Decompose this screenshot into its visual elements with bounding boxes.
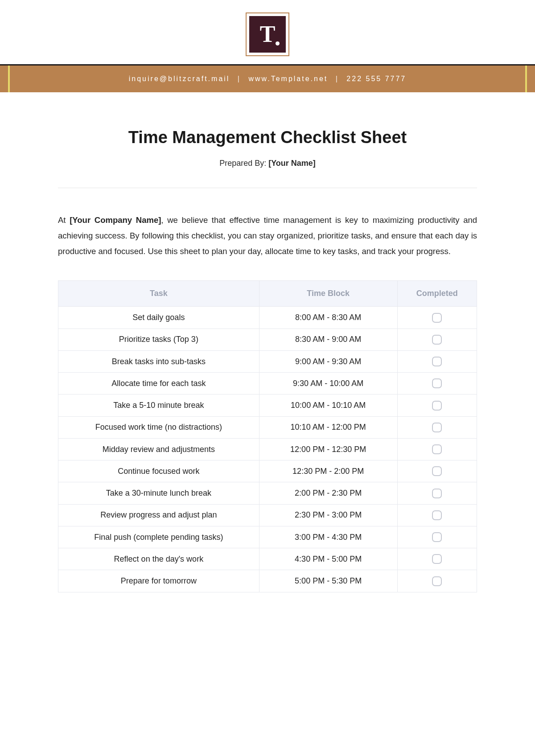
banner-accent-left [8, 66, 10, 92]
banner-phone: 222 555 7777 [346, 75, 406, 82]
cell-task: Final push (complete pending tasks) [58, 526, 259, 548]
banner-accent-right [525, 66, 527, 92]
intro-paragraph: At [Your Company Name], we believe that … [58, 212, 477, 259]
cell-task: Prepare for tomorrow [58, 570, 259, 592]
table-row: Final push (complete pending tasks)3:00 … [58, 526, 477, 548]
intro-prefix: At [58, 215, 70, 225]
table-row: Take a 30-minute lunch break2:00 PM - 2:… [58, 482, 477, 504]
cell-completed [397, 416, 477, 438]
logo-frame: T [246, 12, 289, 56]
contact-banner: inquire@blitzcraft.mail | www.Template.n… [0, 66, 535, 92]
cell-task: Reflect on the day's work [58, 548, 259, 570]
table-row: Allocate time for each task9:30 AM - 10:… [58, 373, 477, 394]
logo-dot-icon [276, 41, 280, 45]
cell-time-block: 2:30 PM - 3:00 PM [259, 504, 397, 526]
banner-email: inquire@blitzcraft.mail [129, 75, 230, 82]
table-body: Set daily goals8:00 AM - 8:30 AMPrioriti… [58, 307, 477, 592]
cell-task: Midday review and adjustments [58, 438, 259, 460]
cell-task: Review progress and adjust plan [58, 504, 259, 526]
cell-completed [397, 570, 477, 592]
cell-completed [397, 460, 477, 482]
banner-separator: | [336, 75, 339, 82]
table-row: Set daily goals8:00 AM - 8:30 AM [58, 307, 477, 329]
page-title: Time Management Checklist Sheet [58, 128, 477, 147]
prepared-by-line: Prepared By: [Your Name] [58, 159, 477, 168]
cell-time-block: 3:00 PM - 4:30 PM [259, 526, 397, 548]
logo-container: T [0, 0, 535, 64]
col-header-time: Time Block [259, 281, 397, 307]
cell-time-block: 5:00 PM - 5:30 PM [259, 570, 397, 592]
section-divider [58, 188, 477, 188]
col-header-completed: Completed [397, 281, 477, 307]
col-header-task: Task [58, 281, 259, 307]
cell-time-block: 9:00 AM - 9:30 AM [259, 350, 397, 372]
cell-completed [397, 394, 477, 416]
intro-company: [Your Company Name] [70, 215, 161, 225]
cell-task: Allocate time for each task [58, 373, 259, 394]
checkbox-icon[interactable] [432, 423, 442, 432]
cell-completed [397, 307, 477, 329]
cell-task: Take a 30-minute lunch break [58, 482, 259, 504]
content-area: Time Management Checklist Sheet Prepared… [0, 92, 535, 619]
checkbox-icon[interactable] [432, 576, 442, 586]
banner-site: www.Template.net [248, 75, 328, 82]
cell-time-block: 10:00 AM - 10:10 AM [259, 394, 397, 416]
banner-separator: | [238, 75, 241, 82]
cell-completed [397, 373, 477, 394]
table-row: Continue focused work12:30 PM - 2:00 PM [58, 460, 477, 482]
table-row: Take a 5-10 minute break10:00 AM - 10:10… [58, 394, 477, 416]
table-row: Review progress and adjust plan2:30 PM -… [58, 504, 477, 526]
checkbox-icon[interactable] [432, 554, 442, 564]
cell-time-block: 8:30 AM - 9:00 AM [259, 329, 397, 350]
checkbox-icon[interactable] [432, 489, 442, 498]
checkbox-icon[interactable] [432, 510, 442, 520]
cell-time-block: 2:00 PM - 2:30 PM [259, 482, 397, 504]
checkbox-icon[interactable] [432, 466, 442, 476]
cell-task: Focused work time (no distractions) [58, 416, 259, 438]
document-page: T inquire@blitzcraft.mail | www.Template… [0, 0, 535, 756]
cell-completed [397, 438, 477, 460]
cell-task: Take a 5-10 minute break [58, 394, 259, 416]
cell-time-block: 12:00 PM - 12:30 PM [259, 438, 397, 460]
checkbox-icon[interactable] [432, 378, 442, 388]
cell-completed [397, 329, 477, 350]
table-row: Break tasks into sub-tasks9:00 AM - 9:30… [58, 350, 477, 372]
cell-time-block: 10:10 AM - 12:00 PM [259, 416, 397, 438]
cell-completed [397, 350, 477, 372]
cell-completed [397, 548, 477, 570]
cell-time-block: 8:00 AM - 8:30 AM [259, 307, 397, 329]
cell-completed [397, 504, 477, 526]
cell-task: Set daily goals [58, 307, 259, 329]
table-row: Focused work time (no distractions)10:10… [58, 416, 477, 438]
table-header-row: Task Time Block Completed [58, 281, 477, 307]
checklist-table: Task Time Block Completed Set daily goal… [58, 280, 477, 592]
prepared-by-value: [Your Name] [268, 159, 316, 168]
logo-box: T [249, 16, 286, 53]
table-row: Reflect on the day's work4:30 PM - 5:00 … [58, 548, 477, 570]
logo-letter: T [260, 23, 276, 46]
cell-task: Continue focused work [58, 460, 259, 482]
table-row: Prioritize tasks (Top 3)8:30 AM - 9:00 A… [58, 329, 477, 350]
checkbox-icon[interactable] [432, 401, 442, 411]
cell-task: Break tasks into sub-tasks [58, 350, 259, 372]
cell-task: Prioritize tasks (Top 3) [58, 329, 259, 350]
cell-time-block: 12:30 PM - 2:00 PM [259, 460, 397, 482]
table-row: Prepare for tomorrow5:00 PM - 5:30 PM [58, 570, 477, 592]
table-row: Midday review and adjustments12:00 PM - … [58, 438, 477, 460]
checkbox-icon[interactable] [432, 313, 442, 323]
cell-completed [397, 482, 477, 504]
checkbox-icon[interactable] [432, 532, 442, 542]
prepared-by-label: Prepared By: [219, 159, 268, 168]
cell-time-block: 4:30 PM - 5:00 PM [259, 548, 397, 570]
banner-text: inquire@blitzcraft.mail | www.Template.n… [129, 75, 406, 83]
checkbox-icon[interactable] [432, 335, 442, 345]
checkbox-icon[interactable] [432, 357, 442, 366]
cell-completed [397, 526, 477, 548]
checkbox-icon[interactable] [432, 444, 442, 454]
cell-time-block: 9:30 AM - 10:00 AM [259, 373, 397, 394]
